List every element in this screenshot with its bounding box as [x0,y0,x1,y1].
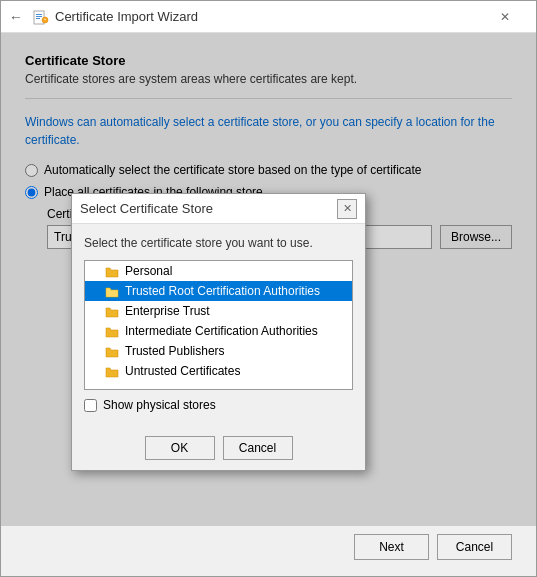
back-button[interactable]: ← [9,9,23,25]
tree-item-label: Trusted Publishers [125,344,225,358]
window-title: Certificate Import Wizard [55,9,198,24]
dialog-cancel-button[interactable]: Cancel [223,436,293,460]
tree-item[interactable]: Intermediate Certification Authorities [85,321,352,341]
svg-rect-3 [36,18,40,19]
dialog-title: Select Certificate Store [80,201,213,216]
folder-icon [105,363,121,379]
dialog-close-button[interactable]: ✕ [337,199,357,219]
certificate-store-tree[interactable]: PersonalTrusted Root Certification Autho… [84,260,353,390]
select-cert-store-dialog: Select Certificate Store ✕ Select the ce… [71,193,366,471]
close-button[interactable]: ✕ [482,1,528,33]
next-button[interactable]: Next [354,534,429,560]
title-bar: ← Certificate Import Wizard ✕ [1,1,536,33]
folder-icon [105,303,121,319]
dialog-description: Select the certificate store you want to… [84,236,353,250]
tree-item-label: Untrusted Certificates [125,364,240,378]
wizard-icon [33,9,49,25]
dialog-title-bar: Select Certificate Store ✕ [72,194,365,224]
show-physical-checkbox[interactable] [84,399,97,412]
dialog-content: Select the certificate store you want to… [72,224,365,430]
tree-item-label: Enterprise Trust [125,304,210,318]
main-footer: Next Cancel [1,526,536,576]
tree-item-label: Personal [125,264,172,278]
folder-icon [105,343,121,359]
tree-item[interactable]: Trusted Publishers [85,341,352,361]
dialog-footer: OK Cancel [72,430,365,470]
folder-icon [105,283,121,299]
svg-rect-1 [36,14,42,15]
title-bar-left: ← Certificate Import Wizard [9,9,198,25]
tree-item[interactable]: Trusted Root Certification Authorities [85,281,352,301]
folder-icon [105,323,121,339]
show-physical-stores-row[interactable]: Show physical stores [84,398,353,412]
dialog-ok-button[interactable]: OK [145,436,215,460]
tree-item[interactable]: Personal [85,261,352,281]
tree-item-label: Intermediate Certification Authorities [125,324,318,338]
svg-point-4 [42,17,48,23]
tree-item-label: Trusted Root Certification Authorities [125,284,320,298]
dialog-overlay: Select Certificate Store ✕ Select the ce… [1,33,536,526]
folder-icon [105,263,121,279]
show-physical-label: Show physical stores [103,398,216,412]
main-content: Certificate Store Certificate stores are… [1,33,536,526]
cancel-button[interactable]: Cancel [437,534,512,560]
tree-item[interactable]: Enterprise Trust [85,301,352,321]
main-window: ← Certificate Import Wizard ✕ Certificat… [0,0,537,577]
svg-rect-2 [36,16,42,17]
tree-item[interactable]: Untrusted Certificates [85,361,352,381]
